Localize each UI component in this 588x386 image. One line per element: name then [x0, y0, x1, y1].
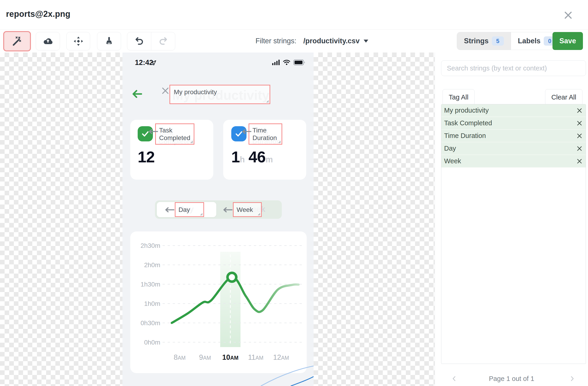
- tag-text-line: Duration: [252, 134, 277, 142]
- svg-text:2h0m: 2h0m: [144, 261, 160, 269]
- productivity-line-chart: 2h30m2h0m1h30m1h0m0h30m0h0m8AM9AM10AM11A…: [130, 232, 307, 373]
- remove-string-button[interactable]: [573, 158, 586, 164]
- tag-all-button[interactable]: Tag All: [442, 89, 475, 105]
- string-list-item[interactable]: Task Completed: [441, 117, 586, 130]
- svg-text:0h30m: 0h30m: [140, 319, 160, 327]
- page-prev-button[interactable]: [449, 374, 459, 384]
- remove-string-button[interactable]: [573, 133, 586, 139]
- pagination: Page 1 out of 1: [435, 372, 588, 386]
- task-completed-card: TaskCompleted Task Completed 12: [130, 120, 213, 180]
- string-text: Week: [441, 157, 573, 165]
- pointer-arrow-icon: [223, 207, 232, 213]
- filter-strings-label: Filter strings:: [255, 37, 296, 45]
- upload-cloud-icon: [43, 36, 53, 47]
- filter-strings-group: Filter strings: /productivity.csv: [255, 29, 368, 53]
- remove-string-icon: [576, 107, 583, 114]
- wifi-icon: [283, 59, 291, 65]
- tab-strings-label: Strings: [464, 37, 489, 45]
- resize-handle-icon[interactable]: [265, 99, 269, 103]
- brush-icon: [104, 36, 114, 47]
- move-arrows-icon: [73, 36, 84, 47]
- filter-file-dropdown[interactable]: /productivity.csv: [303, 37, 368, 45]
- brush-tool-button[interactable]: [97, 32, 121, 50]
- strings-count-badge: 5: [492, 36, 504, 46]
- remove-string-icon: [576, 158, 583, 164]
- clear-all-button[interactable]: Clear All: [545, 89, 583, 105]
- filter-file-value: /productivity.csv: [303, 37, 359, 45]
- chevron-right-icon: [569, 375, 576, 382]
- pointer-arrow-icon: [165, 207, 174, 213]
- string-tag-week[interactable]: Week: [233, 202, 262, 217]
- svg-text:1h0m: 1h0m: [144, 300, 160, 307]
- tab-strings[interactable]: Strings 5: [457, 32, 511, 50]
- day-week-toggle: Day Day Week Week: [155, 200, 282, 219]
- svg-text:9AM: 9AM: [199, 353, 211, 361]
- svg-text:2h30m: 2h30m: [140, 242, 160, 249]
- string-list-item[interactable]: Time Duration: [441, 130, 586, 142]
- undo-icon: [134, 36, 144, 46]
- string-list-item[interactable]: My productivity: [441, 104, 586, 117]
- tasks-value: 12: [138, 148, 155, 166]
- time-duration-card: TimeDuration Time Duration 1h 46m: [223, 120, 306, 180]
- svg-text:12AM: 12AM: [273, 353, 289, 361]
- remove-string-icon: [576, 133, 583, 139]
- tag-text-line: Completed: [159, 134, 190, 142]
- duration-value: 1h 46m: [231, 148, 273, 166]
- svg-text:11AM: 11AM: [248, 353, 264, 361]
- remove-string-icon: [576, 120, 583, 126]
- undo-redo-group: [127, 32, 175, 50]
- close-modal-button[interactable]: [562, 9, 574, 21]
- string-text: Time Duration: [441, 132, 573, 140]
- resize-handle-icon[interactable]: [199, 212, 203, 215]
- back-arrow-icon: [132, 89, 143, 99]
- svg-text:0h0m: 0h0m: [144, 339, 160, 346]
- deselect-tag-icon[interactable]: [161, 86, 170, 95]
- resize-handle-icon[interactable]: [277, 140, 281, 143]
- page-next-button[interactable]: [567, 374, 577, 384]
- remove-string-button[interactable]: [573, 107, 586, 114]
- upload-tool-button[interactable]: [36, 32, 60, 50]
- caret-down-icon: [364, 40, 368, 43]
- chevron-left-icon: [451, 375, 458, 382]
- modal-header: reports@2x.png: [0, 0, 588, 29]
- svg-text:10AM: 10AM: [222, 353, 238, 361]
- svg-text:8AM: 8AM: [174, 353, 186, 361]
- svg-text:1h30m: 1h30m: [140, 281, 160, 288]
- redo-icon: [158, 36, 168, 46]
- undo-button[interactable]: [127, 32, 151, 50]
- string-tag-day[interactable]: Day: [175, 202, 204, 217]
- string-tag-my-productivity[interactable]: My productivity: [169, 85, 270, 104]
- tab-labels-label: Labels: [518, 37, 541, 45]
- save-button[interactable]: Save: [552, 32, 583, 50]
- location-arrow-icon: [150, 60, 157, 66]
- string-list-item[interactable]: Day: [441, 142, 586, 155]
- search-strings-input[interactable]: [441, 60, 586, 76]
- magic-wand-tool-button[interactable]: [3, 31, 31, 51]
- resize-handle-icon[interactable]: [257, 212, 260, 215]
- redo-button[interactable]: [151, 32, 175, 50]
- battery-icon: [293, 59, 305, 65]
- remove-string-button[interactable]: [573, 145, 586, 152]
- strings-list: My productivityTask CompletedTime Durati…: [441, 104, 586, 364]
- string-tag-time-duration[interactable]: Time Duration: [249, 123, 282, 145]
- screenshot-canvas: 12:42: [123, 53, 314, 386]
- pagination-label: Page 1 out of 1: [489, 375, 534, 383]
- signal-bars-icon: [272, 60, 280, 65]
- string-text: Day: [441, 145, 573, 152]
- close-icon: [563, 10, 573, 20]
- string-list-item[interactable]: Week: [441, 155, 586, 168]
- tag-text: My productivity: [174, 88, 217, 96]
- string-text: Task Completed: [441, 119, 573, 127]
- remove-string-icon: [576, 145, 583, 152]
- pointer-arrow-icon: [242, 129, 251, 135]
- resize-handle-icon[interactable]: [189, 140, 193, 143]
- tag-text-line: Time: [252, 126, 277, 134]
- move-tool-button[interactable]: [66, 32, 90, 50]
- string-text: My productivity: [441, 107, 573, 114]
- remove-string-button[interactable]: [573, 120, 586, 126]
- decorative-wave-lines: [252, 365, 314, 386]
- string-tag-task-completed[interactable]: Task Completed: [155, 123, 194, 145]
- file-title: reports@2x.png: [6, 9, 70, 19]
- tag-text-line: Task: [159, 126, 190, 134]
- tag-text: Week: [237, 206, 253, 213]
